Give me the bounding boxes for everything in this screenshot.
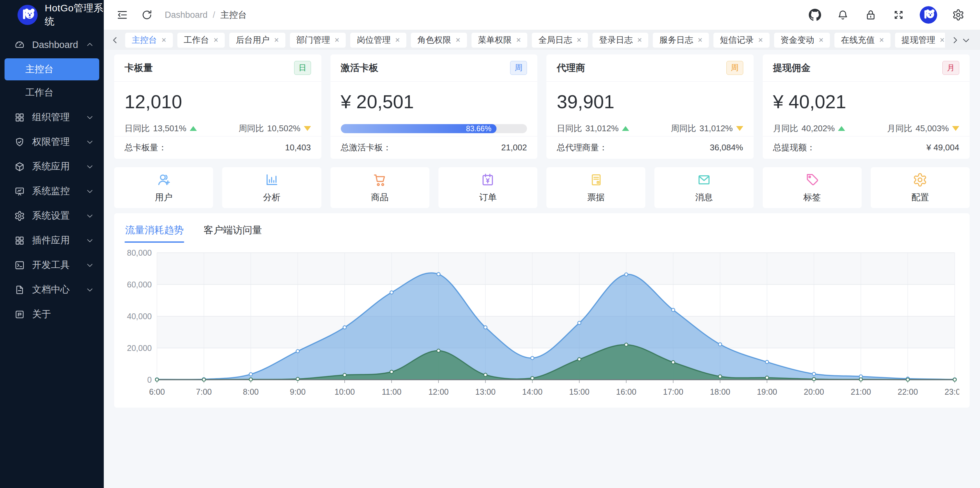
logo[interactable]: HotGo管理系统 [0,0,104,30]
tab-label: 提现管理 [902,34,935,46]
sidebar-collapse-icon[interactable] [115,8,129,22]
sidebar-item-auth[interactable]: 权限管理 [0,130,104,154]
shortcut-orders[interactable]: 订单 [438,167,537,208]
tab-close-icon[interactable]: × [577,36,581,44]
chart-tab-traffic-trend[interactable]: 流量消耗趋势 [124,222,184,243]
tag-icon [805,173,819,187]
refresh-icon[interactable] [140,8,154,22]
bar-chart-icon [264,173,279,187]
tab-label: 服务日志 [659,34,693,46]
tabs-scroll-left-icon[interactable] [110,35,121,46]
svg-text:22:00: 22:00 [897,387,918,396]
tab-close-icon[interactable]: × [456,36,460,44]
trend-down-icon [304,126,311,131]
app-root: HotGo管理系统 Dashboard主控台工作台组织管理权限管理系统应用系统监… [0,0,980,488]
tabs-scroll-right-icon[interactable] [950,35,961,46]
gear-icon [913,173,928,187]
sidebar-item-plugins[interactable]: 插件应用 [0,228,104,253]
shortcut-tickets[interactable]: 票据 [546,167,645,208]
svg-text:40,000: 40,000 [127,312,152,321]
tab-sms-log[interactable]: 短信记录× [713,33,770,48]
sidebar-item-sysset[interactable]: 系统设置 [0,203,104,228]
svg-text:0: 0 [147,375,152,384]
tab-global-log[interactable]: 全局日志× [532,33,588,48]
monitor-icon [14,186,25,197]
tab-role[interactable]: 角色权限× [411,33,467,48]
tab-admin-users[interactable]: 后台用户× [229,33,285,48]
github-icon[interactable] [808,8,822,22]
tab-post[interactable]: 岗位管理× [350,33,406,48]
tab-close-icon[interactable]: × [162,36,166,44]
shortcut-users[interactable]: 用户 [114,167,213,208]
sidebar-item-sysapp[interactable]: 系统应用 [0,154,104,179]
sidebar-item-label: 关于 [32,308,51,321]
tab-funds[interactable]: 资金变动× [774,33,830,48]
shortcut-labels[interactable]: 标签 [763,167,862,208]
tab-menu-auth[interactable]: 菜单权限× [471,33,528,48]
area-chart-svg: 020,00040,00060,00080,0006:007:008:009:0… [124,247,959,402]
tab-close-icon[interactable]: × [819,36,824,44]
chart-tab-client-visits[interactable]: 客户端访问量 [203,222,262,243]
tab-workbench[interactable]: 工作台× [177,33,225,48]
shortcut-messages[interactable]: 消息 [654,167,753,208]
svg-text:17:00: 17:00 [663,387,684,396]
tab-withdraw[interactable]: 提现管理× [895,33,945,48]
sidebar-item-label: 组织管理 [32,111,70,124]
tab-close-icon[interactable]: × [516,36,521,44]
tab-close-icon[interactable]: × [395,36,400,44]
bell-icon[interactable] [836,8,850,22]
chevron-down-icon [86,285,94,294]
footer-value: ¥ 49,004 [926,143,959,153]
trend-month-down: 月同比45,003% [887,123,959,134]
avatar[interactable] [920,6,937,24]
sidebar-item-about[interactable]: 关于 [0,302,104,326]
sidebar-item-label: 文档中心 [32,283,70,296]
lock-icon[interactable] [864,8,878,22]
flag-icon [14,309,25,320]
tab-close-icon[interactable]: × [274,36,279,44]
tab-recharge[interactable]: 在线充值× [834,33,891,48]
sidebar: HotGo管理系统 Dashboard主控台工作台组织管理权限管理系统应用系统监… [0,0,104,488]
tab-close-icon[interactable]: × [637,36,642,44]
tab-login-log[interactable]: 登录日志× [592,33,649,48]
period-badge: 周 [726,61,743,74]
period-badge: 周 [510,61,527,74]
sidebar-item-dashboard[interactable]: Dashboard [0,32,104,57]
sidebar-item-sysmon[interactable]: 系统监控 [0,179,104,203]
trend-month-up: 月同比40,202% [773,123,845,134]
shortcut-goods[interactable]: 商品 [331,167,430,208]
sidebar-item-label: 插件应用 [32,234,70,247]
shortcut-analysis[interactable]: 分析 [222,167,321,208]
tab-label: 岗位管理 [357,34,390,46]
fullscreen-icon[interactable] [892,8,905,22]
shortcuts-row: 用户分析商品订单票据消息标签配置 [114,167,970,208]
sidebar-item-console[interactable]: 主控台 [5,58,99,80]
settings-gear-icon[interactable] [951,8,965,22]
sidebar-item-docs[interactable]: 文档中心 [0,277,104,302]
progress-fill: 83.66% [341,124,497,133]
chevron-down-icon [86,162,94,171]
tab-service-log[interactable]: 服务日志× [653,33,709,48]
tab-close-icon[interactable]: × [879,36,884,44]
sidebar-item-devtools[interactable]: 开发工具 [0,253,104,277]
progress-label: 83.66% [466,124,491,133]
stat-value: ¥ 40,021 [773,91,959,112]
tab-console[interactable]: 主控台× [125,33,173,48]
order-icon [480,173,495,187]
tab-label: 在线充值 [841,34,875,46]
tabs-dropdown-icon[interactable] [961,35,972,46]
footer-label: 总代理商量： [557,142,608,153]
tab-close-icon[interactable]: × [698,36,702,44]
tab-close-icon[interactable]: × [758,36,763,44]
tab-close-icon[interactable]: × [214,36,219,44]
tab-close-icon[interactable]: × [940,36,945,44]
breadcrumb-section[interactable]: Dashboard [165,10,208,20]
gear-icon [14,211,25,221]
stat-card-pallets: 卡板量 日 12,010 日同比13,501% 周同比10,502% [114,54,321,159]
sidebar-item-org[interactable]: 组织管理 [0,105,104,130]
tab-dept[interactable]: 部门管理× [290,33,346,48]
tab-close-icon[interactable]: × [335,36,339,44]
ticket-icon [589,173,603,187]
sidebar-item-workbench[interactable]: 工作台 [5,82,99,104]
shortcut-config[interactable]: 配置 [871,167,970,208]
